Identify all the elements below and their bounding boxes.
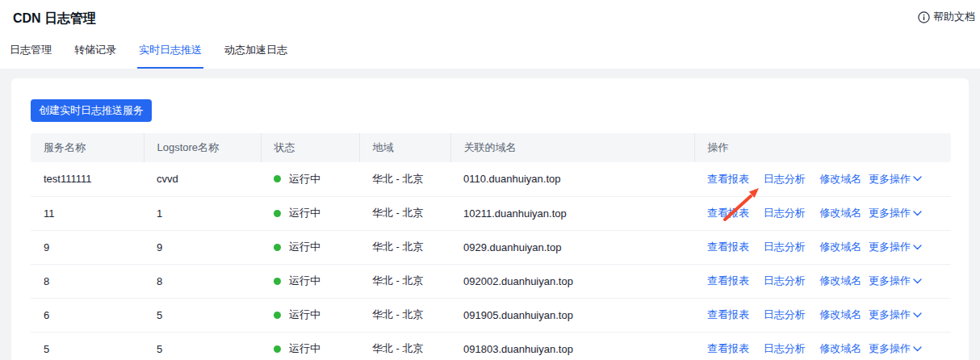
- log-analysis-link[interactable]: 日志分析: [764, 173, 806, 185]
- chevron-down-icon: [913, 245, 922, 250]
- view-report-link[interactable]: 查看报表: [707, 274, 749, 287]
- status-cell: 运行中: [261, 298, 359, 332]
- status-label: 运行中: [289, 240, 320, 254]
- status-running-dot-icon: [274, 345, 281, 353]
- more-actions-label: 更多操作: [869, 240, 911, 254]
- domain-cell: 091803.duanhuiyan.top: [450, 332, 694, 360]
- table-row-2: 9 9 运行中 华北 - 北京 0929.duanhuiyan.top 查看报表…: [31, 230, 951, 264]
- tab-2[interactable]: 实时日志推送: [137, 43, 203, 69]
- tab-label: 日志管理: [10, 44, 52, 56]
- region-cell: 华北 - 北京: [359, 332, 450, 360]
- status-label: 运行中: [289, 341, 320, 356]
- table-row-5: 5 5 运行中 华北 - 北京 091803.duanhuiyan.top 查看…: [31, 332, 951, 360]
- region-cell: 华北 - 北京: [359, 230, 450, 264]
- table-row-3: 8 8 运行中 华北 - 北京 092002.duanhuiyan.top 查看…: [31, 264, 951, 298]
- table-row-1: 11 1 运行中 华北 - 北京 10211.duanhuiyan.top 查看…: [31, 196, 951, 230]
- actions-cell: 查看报表 日志分析 修改域名 更多操作: [694, 332, 951, 360]
- service-name-cell: 9: [31, 230, 144, 264]
- modify-domain-link[interactable]: 修改域名: [819, 342, 861, 354]
- more-actions-dropdown[interactable]: 更多操作: [869, 240, 922, 254]
- col-service-name: 服务名称: [31, 133, 144, 162]
- more-actions-label: 更多操作: [869, 308, 911, 322]
- info-icon: [918, 11, 930, 23]
- log-analysis-link[interactable]: 日志分析: [764, 207, 806, 219]
- actions-cell: 查看报表 日志分析 修改域名 更多操作: [694, 230, 951, 264]
- domain-cell: 0110.duanhuiyan.top: [450, 162, 694, 196]
- content-card: 创建实时日志推送服务 服务名称 Logstore名称 状态 地域 关联的域名 操…: [11, 78, 969, 360]
- modify-domain-link[interactable]: 修改域名: [819, 274, 861, 287]
- table-header-row: 服务名称 Logstore名称 状态 地域 关联的域名 操作: [31, 133, 951, 162]
- modify-domain-link[interactable]: 修改域名: [819, 207, 861, 219]
- table-row-0: test111111 cvvd 运行中 华北 - 北京 0110.duanhui…: [31, 162, 951, 196]
- view-report-link[interactable]: 查看报表: [707, 308, 749, 320]
- logstore-name-cell: 5: [144, 332, 261, 360]
- more-actions-dropdown[interactable]: 更多操作: [869, 308, 922, 322]
- chevron-down-icon: [913, 312, 922, 318]
- actions-cell: 查看报表 日志分析 修改域名 更多操作: [694, 298, 951, 332]
- tab-label: 动态加速日志: [224, 44, 287, 56]
- domain-cell: 10211.duanhuiyan.top: [450, 196, 694, 230]
- region-cell: 华北 - 北京: [359, 298, 450, 332]
- view-report-link[interactable]: 查看报表: [707, 173, 749, 185]
- tab-label: 转储记录: [74, 44, 116, 56]
- col-linked-domain: 关联的域名: [450, 133, 694, 162]
- view-report-link[interactable]: 查看报表: [707, 342, 749, 354]
- domain-cell: 092002.duanhuiyan.top: [450, 264, 694, 298]
- log-analysis-link[interactable]: 日志分析: [764, 241, 806, 253]
- region-cell: 华北 - 北京: [359, 162, 450, 196]
- tab-label: 实时日志推送: [139, 44, 202, 56]
- page-title: CDN 日志管理: [13, 10, 96, 27]
- logstore-name-cell: 1: [144, 196, 261, 230]
- service-name-cell: 5: [31, 332, 144, 360]
- tab-1[interactable]: 转储记录: [73, 43, 118, 69]
- status-label: 运行中: [289, 206, 320, 220]
- service-name-cell: 6: [31, 298, 144, 332]
- modify-domain-link[interactable]: 修改域名: [819, 308, 861, 320]
- chevron-down-icon: [913, 211, 922, 216]
- actions-cell: 查看报表 日志分析 修改域名 更多操作: [694, 162, 951, 196]
- more-actions-dropdown[interactable]: 更多操作: [869, 274, 922, 288]
- log-analysis-link[interactable]: 日志分析: [764, 274, 806, 287]
- domain-cell: 091905.duanhuiyan.top: [450, 298, 694, 332]
- create-realtime-push-button[interactable]: 创建实时日志推送服务: [31, 99, 152, 122]
- more-actions-label: 更多操作: [869, 274, 911, 288]
- chevron-down-icon: [913, 278, 922, 284]
- tab-0[interactable]: 日志管理: [8, 43, 53, 69]
- modify-domain-link[interactable]: 修改域名: [819, 173, 861, 185]
- tab-3[interactable]: 动态加速日志: [223, 43, 289, 69]
- log-analysis-link[interactable]: 日志分析: [764, 308, 806, 320]
- status-cell: 运行中: [261, 196, 359, 230]
- col-logstore-name: Logstore名称: [144, 133, 261, 162]
- view-report-link[interactable]: 查看报表: [707, 207, 749, 219]
- region-cell: 华北 - 北京: [359, 264, 450, 298]
- logstore-name-cell: 8: [144, 264, 261, 298]
- status-running-dot-icon: [274, 175, 281, 182]
- table-row-4: 6 5 运行中 华北 - 北京 091905.duanhuiyan.top 查看…: [31, 298, 951, 332]
- modify-domain-link[interactable]: 修改域名: [819, 241, 861, 253]
- domain-cell: 0929.duanhuiyan.top: [450, 230, 694, 264]
- service-name-cell: 11: [31, 196, 144, 230]
- chevron-down-icon: [913, 346, 922, 352]
- status-running-dot-icon: [274, 278, 281, 285]
- more-actions-dropdown[interactable]: 更多操作: [869, 206, 922, 220]
- more-actions-dropdown[interactable]: 更多操作: [869, 172, 922, 186]
- status-cell: 运行中: [261, 230, 359, 264]
- service-name-cell: 8: [31, 264, 144, 298]
- chevron-down-icon: [913, 176, 922, 182]
- status-running-dot-icon: [274, 210, 281, 217]
- help-doc-label: 帮助文档: [933, 10, 975, 24]
- col-region: 地域: [359, 133, 450, 162]
- region-cell: 华北 - 北京: [359, 196, 450, 230]
- logstore-name-cell: cvvd: [144, 162, 261, 196]
- more-actions-dropdown[interactable]: 更多操作: [869, 341, 922, 356]
- status-cell: 运行中: [261, 162, 359, 196]
- tab-bar: 日志管理 转储记录 实时日志推送 动态加速日志: [0, 27, 980, 69]
- page-header: CDN 日志管理 帮助文档 日志管理 转储记录 实时日志推送: [0, 0, 980, 69]
- status-label: 运行中: [289, 308, 320, 322]
- help-doc-link[interactable]: 帮助文档: [918, 10, 975, 24]
- log-analysis-link[interactable]: 日志分析: [764, 342, 806, 354]
- more-actions-label: 更多操作: [869, 206, 911, 220]
- view-report-link[interactable]: 查看报表: [707, 241, 749, 253]
- more-actions-label: 更多操作: [869, 341, 911, 356]
- col-status: 状态: [261, 133, 359, 162]
